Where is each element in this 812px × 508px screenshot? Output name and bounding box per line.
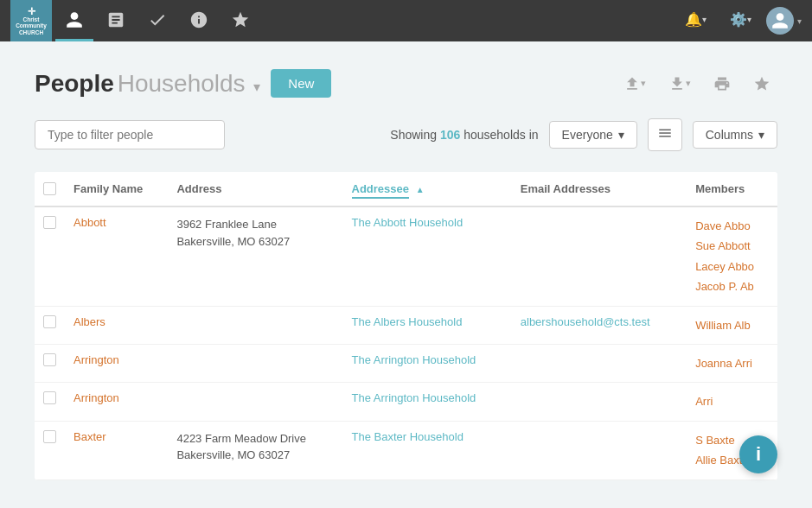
page-title-area: People Households ▾ New (35, 69, 331, 98)
search-input[interactable] (35, 120, 225, 149)
family-name-link[interactable]: Albers (74, 315, 105, 328)
table-row: ArringtonThe Arrington HouseholdJoanna A… (35, 344, 777, 382)
row-checkbox-cell (35, 421, 65, 479)
email-cell (512, 421, 687, 479)
address-line1: 3962 Franklee Lane (176, 216, 334, 233)
addressee-link[interactable]: The Baxter Household (352, 430, 464, 443)
avatar (766, 7, 794, 35)
family-name-cell: Abbott (65, 206, 168, 306)
addressee-cell: The Albers Household (343, 306, 512, 344)
print-button[interactable] (707, 72, 738, 96)
data-table: Family Name Address Addressee ▲ Email Ad… (35, 172, 777, 480)
th-addressee[interactable]: Addressee ▲ (343, 172, 512, 206)
family-name-cell: Arrington (65, 344, 168, 382)
row-checkbox[interactable] (43, 430, 56, 443)
members-cell: Joanna Arri (687, 344, 777, 382)
addressee-link[interactable]: The Arrington Household (352, 353, 476, 366)
email-cell: albershousehold@cts.test (512, 306, 687, 344)
row-checkbox[interactable] (43, 391, 56, 404)
title-dropdown-caret[interactable]: ▾ (253, 79, 260, 94)
row-checkbox[interactable] (43, 216, 56, 229)
row-checkbox-cell (35, 206, 65, 306)
table-row: Baxter4223 Farm Meadow DriveBakersville,… (35, 421, 777, 479)
columns-dropdown[interactable]: Columns ▾ (693, 121, 777, 149)
group-dropdown-caret: ▾ (618, 128, 624, 142)
row-checkbox[interactable] (43, 315, 56, 328)
nav-left: ✛ ChristCommunityCHURCH (10, 0, 259, 41)
download-button[interactable]: ▾ (662, 72, 698, 96)
email-link[interactable]: albershousehold@cts.test (521, 315, 650, 328)
profile-caret: ▾ (797, 16, 802, 26)
showing-text: Showing 106 households in (390, 128, 538, 142)
favorite-button[interactable] (746, 72, 777, 96)
addressee-link[interactable]: The Abbott Household (352, 216, 464, 229)
addressee-cell: The Arrington Household (343, 344, 512, 382)
th-members-label: Members (695, 182, 745, 195)
nav-tasks[interactable] (97, 0, 135, 41)
page-title: People Households ▾ (35, 70, 260, 98)
new-button[interactable]: New (271, 69, 331, 98)
address-cell (168, 383, 342, 421)
member-name: Joanna Arri (695, 353, 769, 373)
row-checkbox[interactable] (43, 353, 56, 366)
th-email: Email Addresses (512, 172, 687, 206)
members-cell: William Alb (687, 306, 777, 344)
th-address: Address (168, 172, 342, 206)
address-line2: Bakersville, MO 63027 (176, 233, 334, 251)
th-address-label: Address (176, 182, 221, 195)
th-select-all[interactable] (35, 172, 65, 206)
settings-btn[interactable]: ⚙️ ▾ (721, 0, 759, 41)
addressee-cell: The Arrington Household (343, 383, 512, 421)
member-name: Jacob P. Ab (695, 276, 769, 296)
list-view-button[interactable] (648, 118, 682, 151)
table-row: ArringtonThe Arrington HouseholdArri (35, 383, 777, 421)
title-bold: People (35, 70, 114, 97)
select-all-checkbox[interactable] (43, 182, 56, 195)
member-name: Arri (695, 391, 769, 411)
address-cell (168, 344, 342, 382)
nav-checkin[interactable] (138, 0, 176, 41)
logo[interactable]: ✛ ChristCommunityCHURCH (10, 0, 52, 41)
table-row: Abbott3962 Franklee LaneBakersville, MO … (35, 206, 777, 306)
addressee-link[interactable]: The Arrington Household (352, 391, 476, 404)
family-name-link[interactable]: Arrington (74, 353, 119, 366)
th-family-name: Family Name (65, 172, 168, 206)
notifications-btn[interactable]: 🔔 ▾ (676, 0, 714, 41)
member-name: Lacey Abbo (695, 257, 769, 276)
family-name-link[interactable]: Arrington (74, 391, 119, 404)
members-cell: Dave AbboSue AbbottLacey AbboJacob P. Ab (687, 206, 777, 306)
email-cell (512, 344, 687, 382)
address-cell (168, 306, 342, 344)
th-family-name-label: Family Name (74, 182, 143, 195)
addressee-link[interactable]: The Albers Household (352, 315, 463, 328)
family-name-link[interactable]: Abbott (74, 216, 106, 229)
th-email-label: Email Addresses (521, 182, 611, 195)
address-cell: 3962 Franklee LaneBakersville, MO 63027 (168, 206, 342, 306)
page-header: People Households ▾ New ▾ ▾ (35, 69, 777, 98)
table-header-row: Family Name Address Addressee ▲ Email Ad… (35, 172, 777, 206)
row-checkbox-cell (35, 383, 65, 421)
nav-favorites[interactable] (221, 0, 259, 41)
family-name-link[interactable]: Baxter (74, 430, 106, 443)
email-cell (512, 206, 687, 306)
family-name-cell: Albers (65, 306, 168, 344)
address-line1: 4223 Farm Meadow Drive (176, 430, 334, 448)
member-name: William Alb (695, 315, 769, 335)
nav-people[interactable] (55, 0, 93, 41)
members-cell: Arri (687, 383, 777, 421)
family-name-cell: Arrington (65, 383, 168, 421)
profile-btn[interactable]: ▾ (766, 7, 802, 35)
group-dropdown[interactable]: Everyone ▾ (549, 121, 637, 149)
th-addressee-label: Addressee (352, 182, 409, 199)
filter-bar: Showing 106 households in Everyone ▾ Col… (35, 118, 777, 151)
upload-button[interactable]: ▾ (617, 72, 653, 96)
member-name: Dave Abbo (695, 216, 769, 236)
row-checkbox-cell (35, 344, 65, 382)
info-bubble[interactable]: i (739, 435, 777, 473)
address-cell: 4223 Farm Meadow DriveBakersville, MO 63… (168, 421, 342, 479)
top-nav: ✛ ChristCommunityCHURCH 🔔 ▾ ⚙️ ▾ (0, 0, 812, 41)
row-checkbox-cell (35, 306, 65, 344)
nav-giving[interactable] (180, 0, 218, 41)
table-row: AlbersThe Albers Householdalbershousehol… (35, 306, 777, 344)
address-line2: Bakersville, MO 63027 (176, 447, 334, 464)
